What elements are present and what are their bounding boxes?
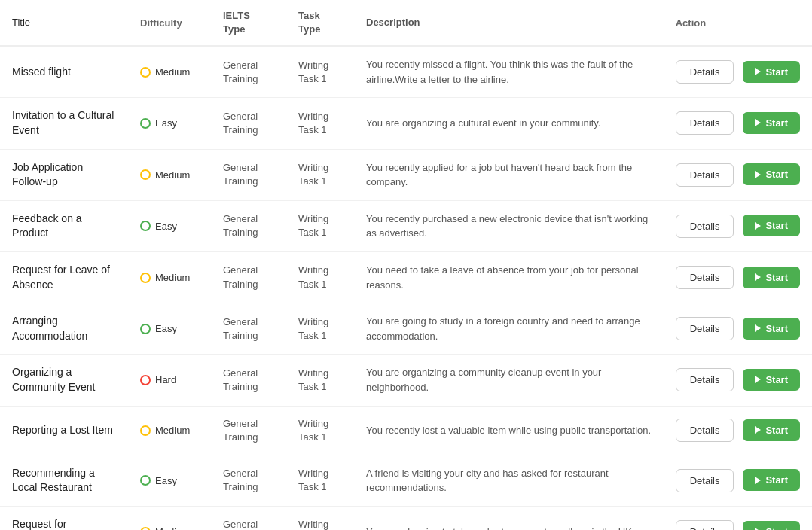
table-row: Arranging Accommodation Easy General Tra… bbox=[0, 303, 812, 355]
play-icon bbox=[755, 68, 761, 75]
start-button[interactable]: Start bbox=[743, 369, 800, 391]
task-type: Writing Task 1 bbox=[298, 59, 328, 84]
row-title: Arranging Accommodation bbox=[12, 315, 87, 342]
task-type: Writing Task 1 bbox=[298, 162, 328, 187]
difficulty-dot-icon bbox=[140, 221, 151, 231]
ielts-type: General Training bbox=[223, 213, 258, 238]
play-icon bbox=[755, 477, 761, 484]
details-button[interactable]: Details bbox=[676, 266, 734, 289]
ielts-type: General Training bbox=[223, 162, 258, 187]
difficulty-label: Easy bbox=[155, 323, 177, 334]
ielts-type: General Training bbox=[223, 367, 258, 392]
row-title: Missed flight bbox=[12, 65, 71, 78]
row-title: Invitation to a Cultural Event bbox=[12, 109, 114, 136]
difficulty-badge: Easy bbox=[140, 323, 199, 334]
table-row: Reporting a Lost Item Medium General Tra… bbox=[0, 406, 812, 455]
task-type: Writing Task 1 bbox=[298, 418, 328, 443]
start-button[interactable]: Start bbox=[743, 419, 800, 441]
header-task: Task Type bbox=[286, 0, 354, 46]
play-icon bbox=[755, 119, 761, 126]
play-icon bbox=[755, 273, 761, 281]
start-button[interactable]: Start bbox=[743, 163, 800, 185]
task-type: Writing Task 1 bbox=[298, 519, 328, 530]
table-row: Request for Information Medium General T… bbox=[0, 507, 812, 530]
details-button[interactable]: Details bbox=[676, 111, 734, 135]
difficulty-dot-icon bbox=[140, 527, 151, 530]
ielts-type: General Training bbox=[223, 264, 258, 289]
difficulty-dot-icon bbox=[140, 169, 151, 180]
difficulty-label: Easy bbox=[155, 221, 177, 232]
difficulty-badge: Easy bbox=[140, 221, 199, 232]
description-text: You recently purchased a new electronic … bbox=[366, 213, 648, 239]
difficulty-dot-icon bbox=[140, 118, 151, 129]
details-button[interactable]: Details bbox=[676, 163, 734, 187]
row-title: Job Application Follow-up bbox=[12, 161, 83, 188]
details-button[interactable]: Details bbox=[676, 215, 734, 238]
task-type: Writing Task 1 bbox=[298, 264, 328, 289]
details-button[interactable]: Details bbox=[676, 368, 734, 391]
difficulty-label: Medium bbox=[155, 425, 190, 436]
task-type: Writing Task 1 bbox=[298, 468, 328, 492]
table-row: Invitation to a Cultural Event Easy Gene… bbox=[0, 98, 812, 149]
description-text: A friend is visiting your city and has a… bbox=[366, 468, 609, 494]
description-text: You are organizing a community cleanup e… bbox=[366, 367, 601, 393]
table-row: Feedback on a Product Easy General Train… bbox=[0, 200, 812, 251]
task-type: Writing Task 1 bbox=[298, 316, 328, 341]
row-title: Recommending a Local Restaurant bbox=[12, 467, 95, 494]
difficulty-badge: Easy bbox=[140, 117, 199, 129]
description-text: You are organizing a cultural event in y… bbox=[366, 117, 600, 129]
difficulty-badge: Medium bbox=[140, 169, 199, 181]
description-text: You need to take a leave of absence from… bbox=[366, 264, 639, 291]
start-button[interactable]: Start bbox=[743, 267, 800, 288]
start-button[interactable]: Start bbox=[743, 521, 800, 530]
table-header-row: Title Difficulty IELTS Type Task Type De… bbox=[0, 0, 812, 46]
start-button[interactable]: Start bbox=[743, 112, 800, 134]
row-title: Request for Leave of Absence bbox=[12, 263, 110, 291]
table-row: Organizing a Community Event Hard Genera… bbox=[0, 355, 812, 406]
row-title: Organizing a Community Event bbox=[12, 366, 95, 393]
start-button[interactable]: Start bbox=[743, 61, 800, 83]
difficulty-badge: Medium bbox=[140, 272, 199, 283]
table-row: Missed flight Medium General Training Wr… bbox=[0, 46, 812, 98]
table-row: Job Application Follow-up Medium General… bbox=[0, 149, 812, 200]
details-button[interactable]: Details bbox=[676, 520, 734, 530]
header-title: Title bbox=[0, 0, 128, 46]
difficulty-dot-icon bbox=[140, 475, 151, 486]
description-text: You recently missed a flight. You think … bbox=[366, 59, 633, 85]
ielts-type: General Training bbox=[223, 418, 258, 443]
difficulty-badge: Medium bbox=[140, 526, 199, 530]
description-text: You are going to study in a foreign coun… bbox=[366, 315, 640, 342]
difficulty-badge: Medium bbox=[140, 66, 199, 78]
difficulty-dot-icon bbox=[140, 324, 151, 334]
difficulty-dot-icon bbox=[140, 375, 151, 385]
difficulty-dot-icon bbox=[140, 67, 151, 78]
header-ielts: IELTS Type bbox=[211, 0, 286, 46]
details-button[interactable]: Details bbox=[676, 469, 734, 492]
description-text: You are planning to take a short course … bbox=[366, 526, 635, 530]
row-title: Reporting a Lost Item bbox=[12, 424, 113, 436]
row-title: Request for Information bbox=[12, 518, 66, 530]
difficulty-dot-icon bbox=[140, 425, 151, 436]
description-text: You recently applied for a job but haven… bbox=[366, 162, 632, 188]
task-type: Writing Task 1 bbox=[298, 213, 328, 238]
difficulty-label: Easy bbox=[155, 475, 177, 486]
difficulty-label: Easy bbox=[155, 117, 177, 129]
details-button[interactable]: Details bbox=[676, 317, 734, 340]
start-button[interactable]: Start bbox=[743, 469, 800, 491]
details-button[interactable]: Details bbox=[676, 419, 734, 442]
start-button[interactable]: Start bbox=[743, 318, 800, 340]
difficulty-badge: Medium bbox=[140, 425, 199, 436]
tasks-table: Title Difficulty IELTS Type Task Type De… bbox=[0, 0, 812, 530]
start-button[interactable]: Start bbox=[743, 215, 800, 236]
difficulty-label: Medium bbox=[155, 169, 190, 181]
play-icon bbox=[755, 171, 761, 178]
play-icon bbox=[755, 222, 761, 230]
difficulty-label: Medium bbox=[155, 526, 190, 530]
task-type: Writing Task 1 bbox=[298, 367, 328, 392]
difficulty-badge: Hard bbox=[140, 374, 199, 385]
ielts-type: General Training bbox=[223, 316, 258, 341]
table-row: Recommending a Local Restaurant Easy Gen… bbox=[0, 455, 812, 506]
details-button[interactable]: Details bbox=[676, 60, 734, 84]
ielts-type: General Training bbox=[223, 111, 258, 136]
header-action: Action bbox=[664, 0, 812, 46]
